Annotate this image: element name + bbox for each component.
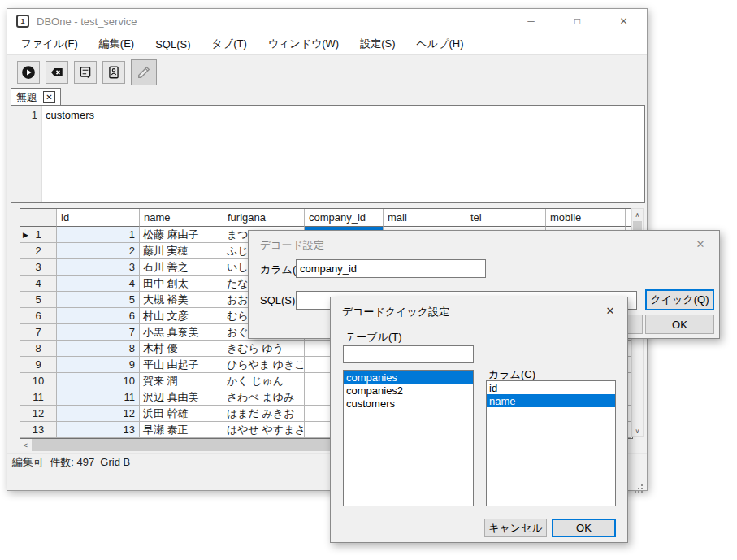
close-button[interactable]: ✕ <box>600 9 647 33</box>
menu-item-6[interactable]: ヘルプ(H) <box>406 33 475 54</box>
row-header[interactable]: 6 <box>20 308 57 324</box>
column-listbox[interactable]: idname <box>486 380 616 506</box>
window-title: DBOne - test_service <box>37 15 137 28</box>
cell-id[interactable]: 13 <box>57 422 140 438</box>
row-header[interactable]: 2 <box>20 243 57 259</box>
cell-id[interactable]: 11 <box>57 389 140 406</box>
cell-furigana[interactable]: はやせ やすまさ <box>223 422 305 438</box>
tab-close-icon[interactable]: ✕ <box>43 91 55 103</box>
tab-untitled[interactable]: 無題 ✕ <box>11 88 61 106</box>
grid-header-blank <box>20 209 57 227</box>
grid-header-name[interactable]: name <box>140 209 223 227</box>
grid-header-mail[interactable]: mail <box>384 209 466 227</box>
cell-id[interactable]: 4 <box>57 276 140 292</box>
row-header[interactable]: 10 <box>20 373 57 389</box>
grid-header-id[interactable]: id <box>57 209 140 227</box>
cell-name[interactable]: 大槻 裕美 <box>140 292 223 308</box>
row-header[interactable]: 8 <box>20 341 57 357</box>
tab-label: 無題 <box>16 90 37 105</box>
scroll-down-icon[interactable]: ∨ <box>632 425 643 436</box>
ok-button[interactable]: OK <box>645 315 714 334</box>
grid-header-furigana[interactable]: furigana <box>223 209 305 227</box>
edit-mode-button[interactable] <box>131 59 157 85</box>
table-listbox[interactable]: companiescompanies2customers <box>343 370 474 506</box>
line-number-gutter: 1 <box>11 106 42 202</box>
cell-id[interactable]: 8 <box>57 341 140 357</box>
cancel-button[interactable]: キャンセル <box>484 519 547 537</box>
menu-item-5[interactable]: 設定(S) <box>349 33 405 54</box>
cell-name[interactable]: 小黒 真奈美 <box>140 324 223 341</box>
cell-name[interactable]: 藤川 実穂 <box>140 243 223 259</box>
record-sheet-button[interactable] <box>102 61 125 84</box>
cell-furigana[interactable]: はまだ みきお <box>223 406 305 422</box>
table-filter-input[interactable] <box>343 345 474 363</box>
grid-header-tel[interactable]: tel <box>466 209 546 227</box>
cell-name[interactable]: 松藤 麻由子 <box>140 227 223 243</box>
table-item-customers[interactable]: customers <box>344 397 473 410</box>
cell-name[interactable]: 賀来 潤 <box>140 373 223 389</box>
cell-id[interactable]: 6 <box>57 308 140 324</box>
minimize-button[interactable]: ─ <box>508 9 554 33</box>
menu-item-4[interactable]: ウィンドウ(W) <box>258 33 349 54</box>
note-icon <box>78 65 93 80</box>
row-header[interactable]: 11 <box>20 389 57 406</box>
scroll-left-icon[interactable]: < <box>20 441 32 449</box>
cell-id[interactable]: 1 <box>57 227 140 243</box>
cell-name[interactable]: 村山 文彦 <box>140 308 223 324</box>
grid-header-mobile[interactable]: mobile <box>546 209 626 227</box>
column-item-name[interactable]: name <box>487 394 615 407</box>
column-item-id[interactable]: id <box>487 381 615 394</box>
dialog-close-icon[interactable]: ✕ <box>603 303 618 318</box>
cell-name[interactable]: 木村 優 <box>140 341 223 357</box>
row-header[interactable]: 4 <box>20 276 57 292</box>
row-header[interactable]: 3 <box>20 259 57 276</box>
dialog-close-icon[interactable]: ✕ <box>693 237 708 251</box>
cell-id[interactable]: 12 <box>57 406 140 422</box>
menu-item-2[interactable]: SQL(S) <box>145 35 201 54</box>
row-header[interactable]: 7 <box>20 324 57 341</box>
cell-id[interactable]: 5 <box>57 292 140 308</box>
menu-item-0[interactable]: ファイル(F) <box>11 33 89 54</box>
quick-button[interactable]: クイック(Q) <box>645 289 714 310</box>
resize-grip[interactable] <box>635 479 645 488</box>
row-header[interactable]: 1▶ <box>20 227 57 243</box>
table-item-companies[interactable]: companies <box>344 371 473 384</box>
grid-header-company_id[interactable]: company_id <box>305 209 384 227</box>
status-text: 編集可 件数: 497 Grid B <box>12 455 130 470</box>
cell-id[interactable]: 10 <box>57 373 140 389</box>
cell-name[interactable]: 田中 創太 <box>140 276 223 292</box>
cell-id[interactable]: 3 <box>57 259 140 276</box>
cell-id[interactable]: 7 <box>57 324 140 341</box>
maximize-button[interactable]: □ <box>554 9 600 33</box>
sql-editor[interactable]: 1 customers <box>11 105 645 203</box>
cell-furigana[interactable]: ひらやま ゆきこ <box>223 357 305 373</box>
cell-name[interactable]: 石川 善之 <box>140 259 223 276</box>
menu-bar: ファイル(F)編集(E)SQL(S)タブ(T)ウィンドウ(W)設定(S)ヘルプ(… <box>7 33 647 54</box>
cell-id[interactable]: 2 <box>57 243 140 259</box>
column-input[interactable] <box>296 259 486 278</box>
note-button[interactable] <box>74 61 97 84</box>
cell-id[interactable]: 9 <box>57 357 140 373</box>
menu-item-1[interactable]: 編集(E) <box>89 33 145 54</box>
scroll-up-icon[interactable]: ∧ <box>632 209 643 220</box>
grid-header-blank <box>626 209 631 227</box>
cell-name[interactable]: 沢辺 真由美 <box>140 389 223 406</box>
cell-name[interactable]: 早瀬 泰正 <box>140 422 223 438</box>
cell-name[interactable]: 浜田 幹雄 <box>140 406 223 422</box>
cell-name[interactable]: 平山 由起子 <box>140 357 223 373</box>
toolbar <box>7 54 647 89</box>
cell-furigana[interactable]: さわべ まゆみ <box>223 389 305 406</box>
table-item-companies2[interactable]: companies2 <box>344 384 473 397</box>
row-header[interactable]: 9 <box>20 357 57 373</box>
menu-item-3[interactable]: タブ(T) <box>202 33 258 54</box>
row-header[interactable]: 13 <box>20 422 57 438</box>
cell-furigana[interactable]: かく じゅん <box>223 373 305 389</box>
ok-button[interactable]: OK <box>552 519 616 537</box>
cell-furigana[interactable]: きむら ゆう <box>223 341 305 357</box>
row-header[interactable]: 5 <box>20 292 57 308</box>
row-header[interactable]: 12 <box>20 406 57 422</box>
execute-button[interactable] <box>17 61 40 84</box>
backspace-icon <box>50 65 64 80</box>
sql-label: SQL(S): <box>260 294 298 306</box>
clear-button[interactable] <box>46 61 68 84</box>
